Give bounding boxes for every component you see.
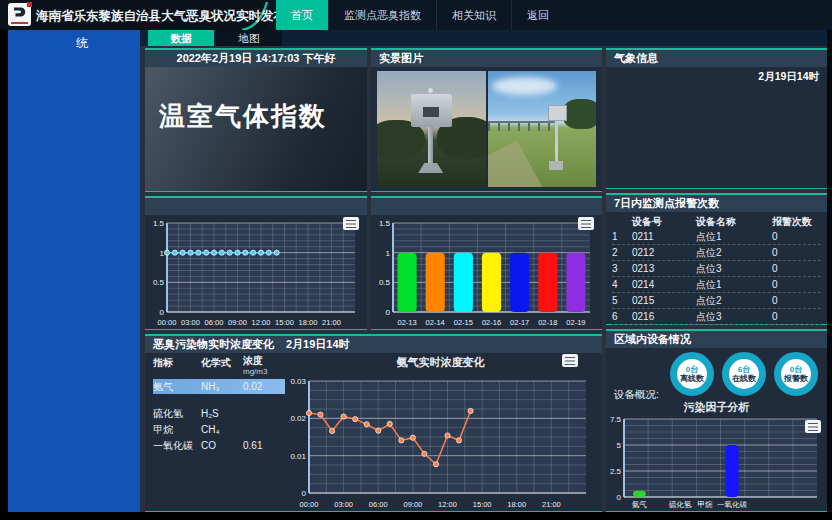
svg-text:0.02: 0.02 xyxy=(290,414,306,423)
odor-table: 指标 化学式 浓度 mg/m3 氨气NH₃0.02硫化氢H₂S甲烷CH₄一氧化碳… xyxy=(153,355,285,454)
svg-text:02-15: 02-15 xyxy=(454,318,473,327)
svg-text:1.5: 1.5 xyxy=(379,219,391,228)
svg-text:21:00: 21:00 xyxy=(542,500,561,509)
fence xyxy=(488,121,555,131)
svg-text:1: 1 xyxy=(160,249,165,258)
svg-text:0.03: 0.03 xyxy=(290,377,306,386)
tab-map[interactable]: 地图 xyxy=(216,30,282,46)
stat-alarm-count: 0台报警数 xyxy=(774,352,818,396)
column-header: 指标 xyxy=(153,355,201,377)
table-row: 一氧化碳CO0.61 xyxy=(153,438,285,453)
nav-item-0[interactable]: 首页 xyxy=(276,0,328,30)
title-wrap-char: 统 xyxy=(76,35,88,52)
daily-odor-index-chart: 00.511.502-1302-1402-1502-1602-1702-1802… xyxy=(373,215,600,327)
column-header: 报警次数 xyxy=(772,215,821,229)
panel-weather-info: 气象信息 2月19日14时 xyxy=(606,48,827,189)
panel-title: 区域内设备情况 xyxy=(614,332,691,347)
tab-data[interactable]: 数据 xyxy=(148,30,214,46)
weather-timestamp: 2月19日14时 xyxy=(758,70,819,84)
cloud xyxy=(492,77,557,96)
svg-text:0: 0 xyxy=(302,489,307,498)
chart-menu-icon[interactable] xyxy=(343,217,359,230)
svg-text:5: 5 xyxy=(617,441,622,450)
svg-text:06:00: 06:00 xyxy=(205,318,224,327)
svg-text:00:00: 00:00 xyxy=(300,500,319,509)
panel-header: 气象信息 xyxy=(606,50,827,67)
stat-online-count: 6台在线数 xyxy=(722,352,766,396)
svg-text:0: 0 xyxy=(160,308,165,317)
table-row: 40214点位10 xyxy=(612,277,821,293)
svg-text:09:00: 09:00 xyxy=(228,318,247,327)
svg-text:0: 0 xyxy=(386,308,391,317)
svg-text:1.5: 1.5 xyxy=(153,219,165,228)
chart-menu-icon[interactable] xyxy=(578,217,594,230)
svg-text:15:00: 15:00 xyxy=(473,500,492,509)
svg-text:02-13: 02-13 xyxy=(397,318,416,327)
panel-timestamp: 2月19日14时 xyxy=(286,337,350,352)
table-row: 10211点位10 xyxy=(612,229,821,245)
svg-text:0: 0 xyxy=(617,493,622,502)
svg-text:12:00: 12:00 xyxy=(438,500,457,509)
nav-item-2[interactable]: 相关知识 xyxy=(436,0,511,30)
top-bar: 海南省乐东黎族自治县大气恶臭状况实时发布系 首页监测点恶臭指数相关知识返回 xyxy=(0,0,832,30)
path xyxy=(488,141,547,187)
stat-offline-count: 0台离线数 xyxy=(670,352,714,396)
panel-header: 2022年2月19日 14:17:03 下午好 xyxy=(145,50,367,67)
table-row: 30213点位30 xyxy=(612,261,821,277)
table-header-row: 设备号 设备名称 报警次数 xyxy=(612,215,821,229)
nav-item-3[interactable]: 返回 xyxy=(511,0,564,30)
station-pole xyxy=(555,119,558,163)
nav-item-1[interactable]: 监测点恶臭指数 xyxy=(328,0,436,30)
svg-text:氨气: 氨气 xyxy=(632,500,647,509)
trees xyxy=(563,99,596,129)
panel-daily-odor-chart: 00.511.502-1302-1402-1502-1602-1702-1802… xyxy=(371,196,602,330)
monitor-box xyxy=(548,105,566,121)
column-header: 设备名称 xyxy=(696,215,772,229)
panel-region-devices: 区域内设备情况 设备概况: 0台离线数6台在线数0台报警数 污染因子分析 02.… xyxy=(606,329,827,512)
svg-text:2.5: 2.5 xyxy=(610,467,622,476)
chart-menu-icon[interactable] xyxy=(805,420,821,433)
logo-icon xyxy=(8,3,31,26)
panel-greenhouse-chart: 00.511.500:0003:0006:0009:0012:0015:0018… xyxy=(145,196,367,330)
panel-title: 7日内监测点报警次数 xyxy=(614,196,719,211)
odor-table-rows: 氨气NH₃0.02硫化氢H₂S甲烷CH₄一氧化碳CO0.61 xyxy=(153,379,285,453)
svg-text:03:00: 03:00 xyxy=(181,318,200,327)
alarm-table-rows: 10211点位1020212点位2030213点位3040214点位105021… xyxy=(612,229,821,325)
panel-title: 气象信息 xyxy=(614,51,658,66)
panel-title: 恶臭污染物实时浓度变化 xyxy=(153,337,274,352)
pollution-factor-chart: 02.557.5氨气硫化氢甲烷一氧化碳 xyxy=(608,414,823,509)
svg-text:02-17: 02-17 xyxy=(510,318,529,327)
svg-text:0.5: 0.5 xyxy=(153,278,165,287)
svg-text:0.01: 0.01 xyxy=(290,452,306,461)
svg-text:02-14: 02-14 xyxy=(426,318,445,327)
table-row: 硫化氢H₂S xyxy=(153,406,285,421)
datetime-text: 2022年2月19日 14:17:03 下午好 xyxy=(177,51,336,66)
antenna xyxy=(428,88,433,93)
tab-row: 数据地图 xyxy=(140,30,832,46)
svg-text:09:00: 09:00 xyxy=(403,500,422,509)
panel-alarm-counts: 7日内监测点报警次数 设备号 设备名称 报警次数 10211点位1020212点… xyxy=(606,193,827,325)
panel-odor-realtime: 恶臭污染物实时浓度变化 2月19日14时 指标 化学式 浓度 mg/m3 氨气N… xyxy=(145,334,602,512)
svg-text:0.5: 0.5 xyxy=(379,278,391,287)
panel-title: 实景图片 xyxy=(379,51,423,66)
alarm-table: 设备号 设备名称 报警次数 10211点位1020212点位2030213点位3… xyxy=(612,215,821,325)
chart-title: 氨气实时浓度变化 xyxy=(283,355,598,370)
main-nav: 首页监测点恶臭指数相关知识返回 xyxy=(276,0,564,30)
panel-header: 7日内监测点报警次数 xyxy=(606,195,827,212)
svg-text:06:00: 06:00 xyxy=(369,500,388,509)
table-row: 氨气NH₃0.02 xyxy=(153,379,285,394)
table-row: 50215点位20 xyxy=(612,293,821,309)
table-row: 甲烷CH₄ xyxy=(153,422,285,437)
logo-red-square xyxy=(27,2,32,7)
table-row: 20212点位20 xyxy=(612,245,821,261)
svg-text:21:00: 21:00 xyxy=(322,318,341,327)
svg-text:甲烷: 甲烷 xyxy=(698,500,714,509)
column-header: 浓度 mg/m3 xyxy=(243,355,281,377)
app-title: 海南省乐东黎族自治县大气恶臭状况实时发布系 xyxy=(36,8,299,25)
window-right-edge xyxy=(827,30,832,512)
logo-red-text xyxy=(11,22,28,24)
chart-title: 污染因子分析 xyxy=(606,400,827,415)
chart-menu-icon[interactable] xyxy=(562,354,578,367)
svg-text:12:00: 12:00 xyxy=(252,318,271,327)
svg-text:一氧化碳: 一氧化碳 xyxy=(717,500,748,509)
